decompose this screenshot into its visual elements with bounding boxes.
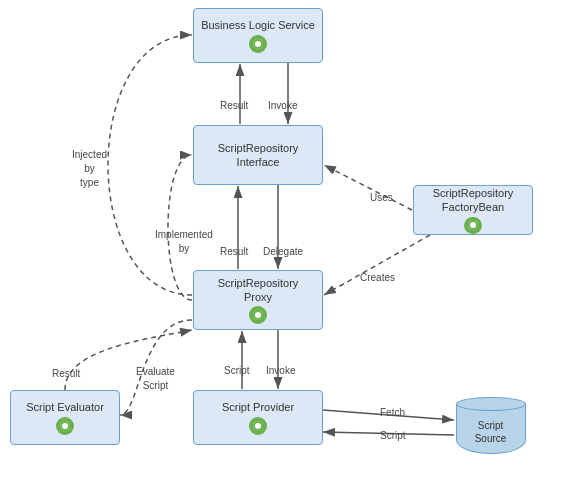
script-repository-interface-label: ScriptRepositoryInterface: [218, 141, 299, 170]
spring-icon-provider: [249, 417, 267, 435]
label-invoke-top: Invoke: [268, 100, 297, 111]
svg-line-8: [324, 235, 430, 295]
label-implemented: Implementedby: [155, 228, 213, 256]
script-repository-proxy-node: ScriptRepositoryProxy: [193, 270, 323, 330]
script-provider-label: Script Provider: [222, 400, 294, 414]
factory-bean-label: ScriptRepositoryFactoryBean: [433, 186, 514, 215]
label-invoke-bottom: Invoke: [266, 365, 295, 376]
label-script-down: Script: [224, 365, 250, 376]
script-source-node: ScriptSource: [453, 388, 528, 463]
label-result-top: Result: [220, 100, 248, 111]
label-injected: Injectedbytype: [72, 148, 107, 190]
script-repository-proxy-label: ScriptRepositoryProxy: [218, 276, 299, 305]
label-script-right: Script: [380, 430, 406, 441]
label-uses: Uses: [370, 192, 393, 203]
script-source-label: ScriptSource: [475, 419, 507, 445]
label-delegate: Delegate: [263, 246, 303, 257]
label-evaluate: EvaluateScript: [136, 365, 175, 393]
label-result-mid: Result: [220, 246, 248, 257]
script-provider-node: Script Provider: [193, 390, 323, 445]
cylinder-body: ScriptSource: [456, 404, 526, 454]
script-repository-interface-node: ScriptRepositoryInterface: [193, 125, 323, 185]
script-evaluator-node: Script Evaluator: [10, 390, 120, 445]
business-logic-node: Business Logic Service: [193, 8, 323, 63]
factory-bean-node: ScriptRepositoryFactoryBean: [413, 185, 533, 235]
svg-line-7: [324, 165, 412, 210]
script-evaluator-label: Script Evaluator: [26, 400, 104, 414]
spring-icon-evaluator: [56, 417, 74, 435]
spring-icon-business-logic: [249, 35, 267, 53]
spring-icon-proxy: [249, 306, 267, 324]
label-result-bottom: Result: [52, 368, 80, 379]
spring-icon-factory: [464, 217, 482, 234]
business-logic-label: Business Logic Service: [201, 18, 315, 32]
architecture-diagram: Business Logic Service ScriptRepositoryI…: [0, 0, 561, 502]
label-fetch: Fetch: [380, 407, 405, 418]
label-creates: Creates: [360, 272, 395, 283]
cylinder-top: [456, 397, 526, 411]
